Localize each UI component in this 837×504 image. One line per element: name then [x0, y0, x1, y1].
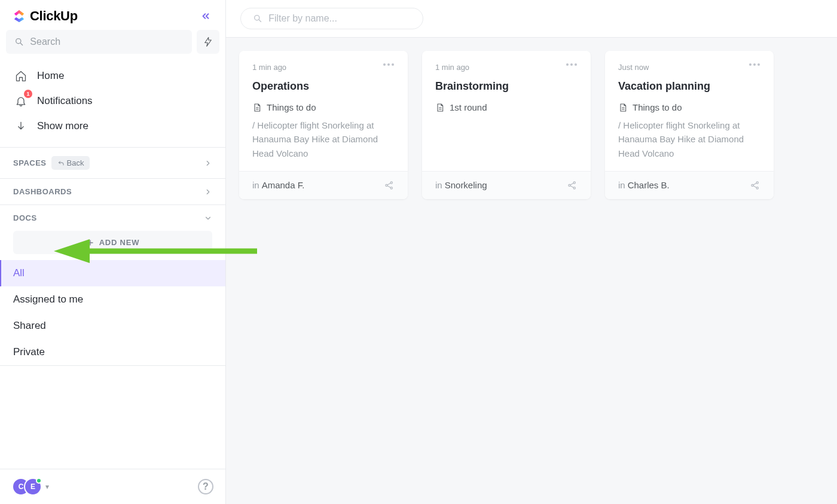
- svg-point-21: [753, 63, 756, 66]
- card-doc-name: 1st round: [450, 102, 487, 112]
- card-more-button[interactable]: [566, 63, 578, 66]
- main-header: [226, 0, 837, 38]
- svg-point-7: [386, 184, 387, 186]
- help-button[interactable]: ?: [198, 479, 213, 494]
- filter-box[interactable]: [240, 8, 423, 29]
- notification-badge: 1: [24, 90, 32, 98]
- svg-point-6: [392, 63, 394, 66]
- card-footer: inSnorkeling: [422, 171, 591, 199]
- svg-line-27: [753, 186, 756, 188]
- add-new-button[interactable]: ADD NEW: [13, 231, 212, 254]
- card-location: Amanda F.: [262, 180, 305, 190]
- doc-card[interactable]: 1 min ago Operations Things to do / Heli…: [239, 51, 408, 199]
- return-icon: [57, 160, 65, 167]
- svg-line-19: [570, 186, 573, 188]
- section-spaces-title: SPACES: [13, 158, 47, 167]
- card-doc-row: 1st round: [435, 102, 578, 112]
- card-timestamp: Just now: [618, 63, 760, 72]
- card-location: Snorkeling: [445, 180, 487, 190]
- sidebar: ClickUp Home 1 Notifications: [0, 0, 226, 504]
- sidebar-header: ClickUp: [0, 0, 225, 30]
- share-button[interactable]: [567, 180, 578, 191]
- svg-point-20: [749, 63, 752, 66]
- search-box[interactable]: [6, 30, 192, 54]
- card-preview: / Helicopter flight Snorkeling at Hanaum…: [618, 118, 760, 160]
- section-dashboards-title: DASHBOARDS: [13, 187, 72, 196]
- card-in-label: in: [435, 180, 442, 190]
- svg-point-15: [569, 184, 570, 186]
- doc-filter-list: All Assigned to me Shared Private: [0, 260, 225, 366]
- doc-filter-assigned[interactable]: Assigned to me: [0, 286, 225, 313]
- doc-filter-shared[interactable]: Shared: [0, 313, 225, 339]
- doc-cards-grid: 1 min ago Operations Things to do / Heli…: [226, 38, 837, 212]
- section-dashboards[interactable]: DASHBOARDS: [0, 178, 225, 204]
- svg-point-14: [575, 63, 577, 66]
- add-new-label: ADD NEW: [99, 238, 140, 247]
- chevron-down-icon: [204, 214, 212, 222]
- document-icon: [252, 103, 262, 112]
- workspace-avatars[interactable]: C E: [12, 478, 42, 496]
- avatar: E: [24, 478, 42, 496]
- svg-point-24: [756, 182, 758, 184]
- nav-notifications[interactable]: 1 Notifications: [6, 88, 219, 114]
- search-icon: [253, 13, 262, 24]
- doc-filter-private[interactable]: Private: [0, 339, 225, 365]
- doc-card[interactable]: 1 min ago Brainstorming 1st round inSnor…: [422, 51, 591, 199]
- share-icon: [384, 180, 395, 191]
- section-docs[interactable]: DOCS: [0, 204, 225, 231]
- search-row: [0, 30, 225, 60]
- card-more-button[interactable]: [749, 63, 760, 66]
- doc-filter-all[interactable]: All: [0, 260, 225, 286]
- lightning-icon: [203, 36, 213, 47]
- nav-showmore-label: Show more: [37, 120, 88, 132]
- plus-icon: [86, 239, 94, 247]
- nav-notifications-label: Notifications: [37, 95, 93, 107]
- document-icon: [618, 103, 628, 112]
- ellipsis-icon: [566, 63, 578, 66]
- card-title: Operations: [252, 80, 395, 93]
- svg-line-26: [753, 183, 756, 185]
- logo[interactable]: ClickUp: [12, 8, 78, 24]
- svg-point-13: [570, 63, 573, 66]
- section-docs-title: DOCS: [13, 213, 37, 222]
- quick-action-button[interactable]: [197, 30, 219, 54]
- spaces-back-chip[interactable]: Back: [51, 156, 90, 170]
- card-title: Vacation planning: [618, 80, 760, 93]
- card-footer: inAmanda F.: [239, 171, 408, 199]
- chevron-right-icon: [204, 159, 212, 167]
- search-icon: [14, 36, 24, 47]
- card-doc-row: Things to do: [252, 102, 395, 112]
- svg-point-22: [757, 63, 760, 66]
- svg-point-9: [390, 187, 392, 189]
- back-label: Back: [67, 158, 84, 167]
- ellipsis-icon: [383, 63, 395, 66]
- svg-point-8: [390, 182, 392, 184]
- doc-card[interactable]: Just now Vacation planning Things to do …: [605, 51, 774, 199]
- share-icon: [567, 180, 578, 191]
- filter-input[interactable]: [268, 13, 411, 24]
- svg-point-25: [756, 187, 758, 189]
- card-more-button[interactable]: [383, 63, 395, 66]
- nav-home-label: Home: [37, 70, 64, 82]
- home-icon: [15, 70, 27, 82]
- search-input[interactable]: [30, 36, 184, 47]
- svg-line-3: [259, 20, 261, 22]
- nav-home[interactable]: Home: [6, 63, 219, 88]
- section-spaces[interactable]: SPACES Back: [0, 147, 225, 178]
- nav-showmore[interactable]: Show more: [6, 114, 219, 139]
- share-button[interactable]: [384, 180, 395, 191]
- share-button[interactable]: [750, 180, 760, 191]
- card-doc-row: Things to do: [618, 102, 760, 112]
- chevron-double-left-icon: [200, 11, 211, 22]
- svg-line-11: [387, 186, 390, 188]
- card-doc-name: Things to do: [267, 102, 316, 112]
- online-indicator: [36, 478, 42, 484]
- nav-list: Home 1 Notifications Show more: [0, 60, 225, 147]
- avatar-caret-icon[interactable]: ▾: [45, 482, 49, 491]
- svg-point-12: [566, 63, 569, 66]
- svg-point-2: [255, 16, 259, 20]
- collapse-sidebar-button[interactable]: [198, 8, 213, 24]
- card-location: Charles B.: [628, 180, 670, 190]
- sidebar-footer: C E ▾ ?: [0, 469, 225, 504]
- svg-line-10: [387, 183, 390, 185]
